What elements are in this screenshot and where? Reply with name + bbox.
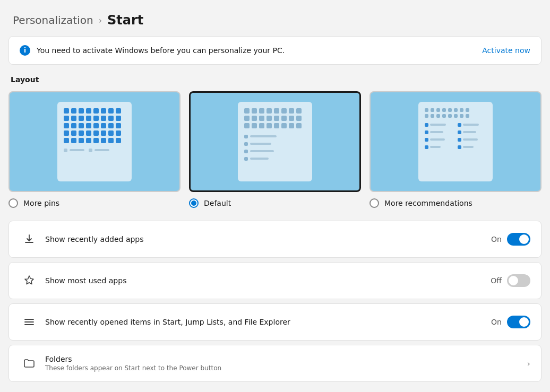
radio-label-more-recommendations: More recommendations	[384, 199, 472, 207]
toggle-thumb-most-used	[509, 276, 518, 285]
row-content-recently-opened: Show recently opened items in Start, Jum…	[45, 318, 491, 326]
row-title-folders: Folders	[45, 355, 527, 363]
breadcrumb-separator: ›	[99, 15, 102, 25]
toggle-label-recently-opened: On	[491, 318, 502, 326]
layout-inner-more-recommendations	[418, 102, 493, 181]
settings-row-recently-added: Show recently added apps On	[9, 221, 541, 257]
toggle-most-used[interactable]	[507, 274, 530, 287]
layout-preview-more-pins	[8, 91, 181, 192]
settings-section-recently-added: Show recently added apps On	[8, 221, 542, 258]
layout-preview-default	[189, 91, 361, 192]
radio-label-default: Default	[204, 199, 231, 207]
layout-inner-more-pins	[57, 102, 132, 181]
list-icon	[20, 312, 39, 332]
page-title: Start	[107, 13, 143, 28]
layout-card-more-recommendations[interactable]: More recommendations	[369, 91, 542, 208]
radio-label-more-pins: More pins	[23, 199, 59, 207]
layout-card-more-pins[interactable]: More pins	[8, 91, 181, 208]
svg-point-1	[25, 322, 25, 323]
radio-more-pins[interactable]: More pins	[8, 198, 181, 208]
banner-left: i You need to activate Windows before yo…	[20, 45, 285, 56]
toggle-recently-opened[interactable]	[507, 316, 530, 328]
activate-now-link[interactable]: Activate now	[482, 46, 530, 55]
row-title-most-used: Show most used apps	[45, 276, 491, 285]
row-content-folders: Folders These folders appear on Start ne…	[45, 355, 527, 372]
radio-circle-more-recommendations	[369, 198, 379, 208]
radio-more-recommendations[interactable]: More recommendations	[369, 198, 542, 208]
download-icon	[20, 230, 39, 249]
radio-circle-default	[189, 198, 199, 208]
toggle-recently-added[interactable]	[507, 233, 530, 246]
settings-section-folders[interactable]: Folders These folders appear on Start ne…	[8, 345, 542, 382]
chevron-icon: ›	[527, 359, 530, 369]
row-title-recently-opened: Show recently opened items in Start, Jum…	[45, 318, 491, 326]
activation-banner: i You need to activate Windows before yo…	[8, 36, 542, 65]
row-control-recently-added: On	[491, 233, 530, 246]
settings-section-most-used: Show most used apps Off	[8, 262, 542, 299]
content-area: i You need to activate Windows before yo…	[0, 36, 550, 392]
settings-row-recently-opened: Show recently opened items in Start, Jum…	[9, 304, 541, 340]
settings-row-most-used: Show most used apps Off	[9, 263, 541, 299]
svg-point-0	[25, 319, 25, 320]
page-header: Personalization › Start	[0, 0, 550, 36]
row-content-most-used: Show most used apps	[45, 276, 491, 285]
svg-point-2	[25, 325, 25, 325]
layout-card-default[interactable]: Default	[189, 91, 361, 208]
row-title-recently-added: Show recently added apps	[45, 235, 491, 243]
layout-preview-more-recommendations	[369, 91, 542, 192]
toggle-thumb-recently-opened	[519, 317, 529, 327]
row-subtitle-folders: These folders appear on Start next to th…	[45, 364, 527, 372]
toggle-label-recently-added: On	[491, 235, 502, 243]
radio-default[interactable]: Default	[189, 198, 361, 208]
folder-icon	[20, 354, 39, 373]
radio-circle-more-pins	[8, 198, 18, 208]
row-content-recently-added: Show recently added apps	[45, 235, 491, 243]
row-control-folders: ›	[527, 359, 530, 369]
row-control-recently-opened: On	[491, 316, 530, 328]
layout-options: More pins	[8, 91, 542, 208]
settings-row-folders[interactable]: Folders These folders appear on Start ne…	[9, 345, 541, 381]
toggle-thumb-recently-added	[519, 234, 529, 244]
toggle-label-most-used: Off	[491, 276, 502, 285]
star-icon	[20, 271, 39, 290]
banner-message: You need to activate Windows before you …	[37, 46, 285, 55]
layout-inner-default	[238, 102, 312, 181]
row-control-most-used: Off	[491, 274, 530, 287]
layout-section-label: Layout	[8, 75, 542, 84]
info-icon: i	[20, 45, 30, 56]
breadcrumb-parent[interactable]: Personalization	[13, 14, 93, 27]
settings-section-recently-opened: Show recently opened items in Start, Jum…	[8, 303, 542, 341]
